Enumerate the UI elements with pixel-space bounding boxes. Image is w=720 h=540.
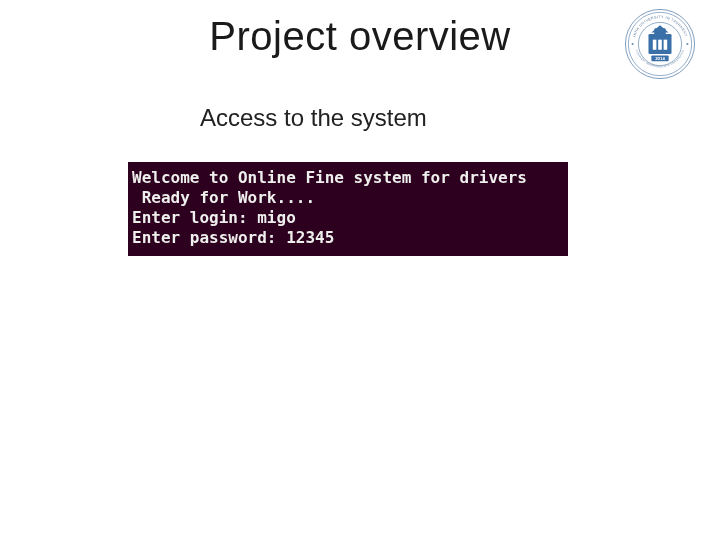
terminal-line: Enter login: migo <box>132 208 564 228</box>
terminal-window: Welcome to Online Fine system for driver… <box>128 162 568 256</box>
terminal-line: Welcome to Online Fine system for driver… <box>132 168 564 188</box>
logo-seal-icon: INHA UNIVERSITY IN TASHKENT TOSHKENT SHA… <box>624 8 696 80</box>
slide-title: Project overview <box>0 14 720 59</box>
svg-rect-9 <box>653 40 657 50</box>
svg-point-5 <box>632 43 634 45</box>
logo-year: 2014 <box>655 56 665 61</box>
svg-rect-10 <box>658 40 662 50</box>
slide-subtitle: Access to the system <box>200 104 427 132</box>
svg-point-6 <box>686 43 688 45</box>
terminal-line: Enter password: 12345 <box>132 228 564 248</box>
university-logo: INHA UNIVERSITY IN TASHKENT TOSHKENT SHA… <box>624 8 696 80</box>
svg-rect-11 <box>664 40 668 50</box>
terminal-line: Ready for Work.... <box>132 188 564 208</box>
